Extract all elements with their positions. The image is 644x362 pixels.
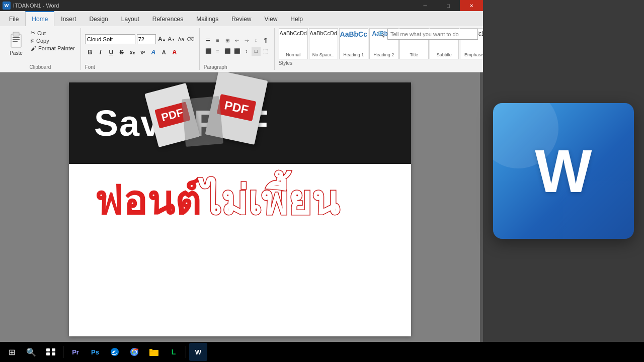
title-bar: W ITDANON1 - Word ─ □ ✕	[0, 0, 483, 11]
word-document[interactable]: Save PDF ฟอนต์ไม่เพี้ยน	[69, 82, 411, 336]
strikethrough-button[interactable]: S	[117, 47, 127, 57]
align-left-button[interactable]: ⬛	[204, 47, 213, 56]
search-taskbar-button[interactable]: 🔍	[22, 343, 40, 361]
tab-view[interactable]: View	[258, 11, 284, 26]
bold-button[interactable]: B	[85, 47, 95, 57]
decrease-font-size-button[interactable]: A▼	[167, 35, 176, 44]
text-effects-button[interactable]: A	[148, 47, 158, 57]
svg-rect-15	[149, 349, 152, 351]
line-spacing-button[interactable]: ↕	[242, 47, 251, 56]
word-app-icon: W	[3, 2, 11, 10]
svg-rect-1	[13, 32, 19, 36]
close-button[interactable]: ✕	[460, 0, 483, 11]
format-buttons-row: B I U S x₂ x² A A A	[85, 47, 195, 57]
taskbar-premiere[interactable]: Pr	[66, 343, 85, 361]
clipboard-small-buttons: ✂Cut ⎘Copy 🖌Format Painter	[29, 29, 76, 52]
tab-layout[interactable]: Layout	[115, 11, 146, 26]
font-name-row: A▲ A▼ Aa ⌫	[85, 34, 195, 44]
start-button[interactable]: ⊞	[3, 343, 21, 361]
change-case-button[interactable]: Aa	[177, 35, 186, 44]
tab-insert[interactable]: Insert	[54, 11, 83, 26]
tab-home[interactable]: Home	[25, 11, 54, 26]
tab-mailings[interactable]: Mailings	[190, 11, 225, 26]
taskbar-separator-2	[186, 346, 186, 358]
svg-rect-6	[52, 348, 55, 351]
ribbon: File Home Insert Design Layout Reference…	[0, 11, 483, 72]
subscript-button[interactable]: x₂	[127, 47, 137, 57]
increase-indent-button[interactable]: ⇒	[242, 36, 251, 45]
font-name-input[interactable]	[85, 34, 135, 44]
increase-font-size-button[interactable]: A▲	[157, 35, 167, 44]
paragraph-group: ☰ ≡ ⊞ ⇐ ⇒ ↕ ¶ ⬛ ≡ ⬛ ⬛ ↕ □	[200, 28, 275, 70]
svg-rect-3	[13, 39, 20, 40]
borders-button[interactable]: ⬚	[261, 47, 270, 56]
word-logo-panel: W	[483, 0, 644, 342]
svg-rect-2	[13, 37, 20, 38]
copy-button[interactable]: ⎘Copy	[29, 37, 76, 44]
paragraph-label: Paragraph	[204, 64, 270, 70]
thai-text: ฟอนต์ไม่เพี้ยน	[94, 179, 386, 223]
shading-button[interactable]: □	[252, 47, 261, 56]
tab-review[interactable]: Review	[225, 11, 258, 26]
text-highlight-button[interactable]: A	[159, 47, 169, 57]
taskbar-explorer[interactable]	[145, 343, 163, 361]
font-color-button[interactable]: A	[170, 47, 180, 57]
taskbar-photoshop[interactable]: Ps	[86, 343, 104, 361]
decrease-indent-button[interactable]: ⇐	[232, 36, 242, 45]
font-label: Font	[85, 64, 195, 70]
paste-button[interactable]: Paste	[4, 28, 28, 57]
style-normal[interactable]: AaBbCcDd Normal	[279, 28, 308, 59]
search-area: 🔍	[377, 29, 478, 40]
svg-rect-4	[13, 41, 18, 42]
numbering-button[interactable]: ≡	[213, 36, 222, 45]
word-logo-container: W	[493, 103, 634, 239]
tab-references[interactable]: References	[146, 11, 190, 26]
svg-point-12	[133, 350, 136, 353]
window-controls[interactable]: ─ □ ✕	[414, 0, 483, 11]
taskbar-separator-1	[63, 346, 63, 358]
taskbar-line[interactable]: L	[165, 343, 183, 361]
thai-text-red: ฟอนต์	[94, 178, 201, 223]
align-right-button[interactable]: ⬛	[223, 47, 232, 56]
minimize-button[interactable]: ─	[414, 0, 437, 11]
sort-button[interactable]: ↕	[252, 36, 261, 45]
show-formatting-button[interactable]: ¶	[261, 36, 270, 45]
maximize-button[interactable]: □	[437, 0, 460, 11]
superscript-button[interactable]: x²	[138, 47, 148, 57]
thai-text-white: ไม่เพี้ยน	[201, 178, 339, 223]
word-logo-background: W	[493, 103, 634, 239]
style-heading1[interactable]: AaBbCc Heading 1	[339, 28, 368, 59]
clear-formatting-button[interactable]: ⌫	[186, 35, 195, 44]
italic-button[interactable]: I	[96, 47, 106, 57]
window-left-controls: W ITDANON1 - Word	[3, 2, 59, 10]
svg-rect-7	[46, 352, 50, 355]
search-input[interactable]	[387, 29, 478, 40]
title-text: ITDANON1 - Word	[13, 3, 59, 9]
taskbar-edge[interactable]	[106, 343, 124, 361]
svg-rect-5	[46, 348, 50, 351]
bullets-button[interactable]: ☰	[204, 36, 213, 45]
style-no-spacing[interactable]: AaBbCcDd No Spaci...	[309, 28, 338, 59]
taskbar-word[interactable]: W	[189, 343, 207, 361]
paste-label: Paste	[10, 50, 23, 56]
taskbar: ⊞ 🔍 Pr Ps L W	[0, 342, 644, 362]
taskbar-chrome[interactable]	[125, 343, 143, 361]
justify-button[interactable]: ⬛	[232, 47, 242, 56]
svg-rect-8	[52, 352, 55, 355]
underline-button[interactable]: U	[106, 47, 116, 57]
format-painter-button[interactable]: 🖌Format Painter	[29, 45, 76, 52]
task-view-button[interactable]	[42, 343, 60, 361]
align-center-button[interactable]: ≡	[213, 47, 222, 56]
save-pdf-banner: Save PDF	[69, 82, 411, 164]
multilevel-list-button[interactable]: ⊞	[223, 36, 232, 45]
tab-help[interactable]: Help	[284, 11, 309, 26]
cut-button[interactable]: ✂Cut	[29, 29, 76, 37]
taskbar-word-label: W	[195, 348, 201, 356]
main-area: PDF PDF Save PDF	[0, 72, 483, 346]
tab-design[interactable]: Design	[83, 11, 114, 26]
font-size-input[interactable]	[137, 34, 156, 44]
font-group: A▲ A▼ Aa ⌫ B I U S x₂ x² A	[81, 28, 200, 70]
paragraph-top-row: ☰ ≡ ⊞ ⇐ ⇒ ↕ ¶	[204, 36, 270, 45]
document-area: PDF PDF Save PDF	[0, 72, 480, 346]
tab-file[interactable]: File	[3, 11, 25, 26]
